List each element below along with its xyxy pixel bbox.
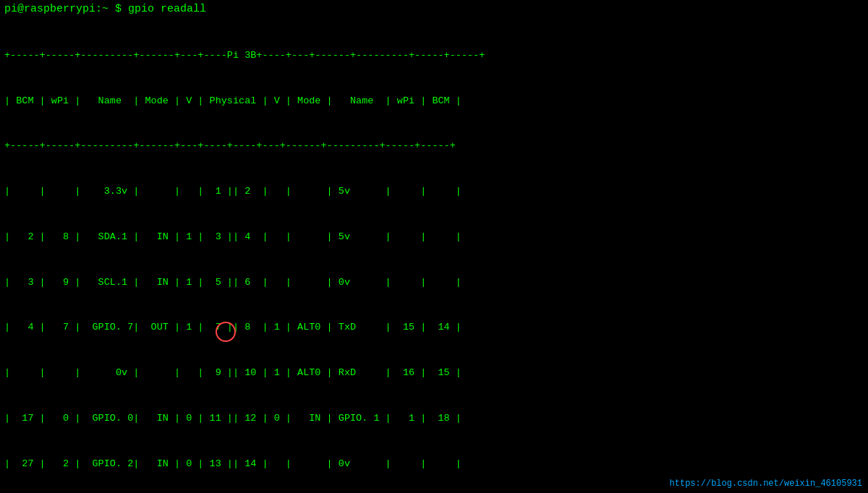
gpio-table: +-----+-----+---------+------+---+----Pi… (4, 18, 864, 493)
row-5: | | | 0v | | | 9 || 10 | 1 | ALT0 | RxD … (4, 366, 864, 381)
row-1: | | | 3.3v | | | 1 || 2 | | | 5v | | | (4, 184, 864, 200)
terminal: pi@raspberrypi:~ $ gpio readall +-----+-… (0, 0, 868, 493)
row-4: | 4 | 7 | GPIO. 7| OUT | 1 | 7 || 8 | 1 … (4, 320, 864, 335)
border-header: +-----+-----+---------+------+---+----+-… (4, 139, 864, 154)
row-2: | 2 | 8 | SDA.1 | IN | 1 | 3 || 4 | | | … (4, 230, 864, 245)
watermark: https://blog.csdn.net/weixin_46105931 (670, 479, 862, 489)
border-top: +-----+-----+---------+------+---+----Pi… (4, 48, 864, 64)
row-7: | 27 | 2 | GPIO. 2| IN | 0 | 13 || 14 | … (4, 457, 864, 472)
prompt: pi@raspberrypi:~ $ gpio readall (4, 3, 206, 15)
row-3: | 3 | 9 | SCL.1 | IN | 1 | 5 || 6 | | | … (4, 275, 864, 291)
table-header: | BCM | wPi | Name | Mode | V | Physical… (4, 94, 864, 109)
command-line: pi@raspberrypi:~ $ gpio readall (4, 3, 864, 15)
row-6: | 17 | 0 | GPIO. 0| IN | 0 | 11 || 12 | … (4, 411, 864, 426)
